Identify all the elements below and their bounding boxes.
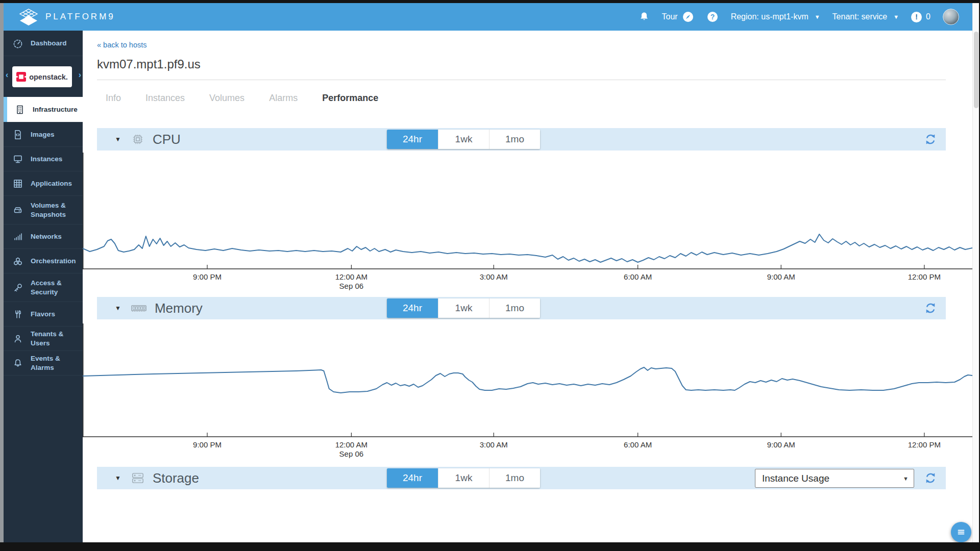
x-tick-label: 6:00 AM bbox=[624, 440, 652, 449]
chevron-down-icon: ▼ bbox=[903, 475, 909, 482]
storage-section-header: ▼ Storage 24hr 1wk 1mo Instance Usage ▼ bbox=[97, 467, 946, 489]
storage-range-1wk-button[interactable]: 1wk bbox=[438, 468, 489, 488]
title-block: kvm07.mpt1.pf9.us bbox=[97, 57, 946, 80]
storage-metric-dropdown[interactable]: Instance Usage ▼ bbox=[755, 469, 914, 488]
tour-label: Tour bbox=[662, 12, 678, 21]
tour-button[interactable]: Tour bbox=[662, 11, 694, 23]
alert-count: 0 bbox=[926, 12, 930, 21]
collapse-caret-icon[interactable]: ▼ bbox=[115, 136, 121, 143]
cpu-range-toggle: 24hr 1wk 1mo bbox=[387, 130, 540, 149]
x-tick-label: 12:00 AM bbox=[335, 272, 368, 281]
storage-range-24hr-button[interactable]: 24hr bbox=[387, 468, 438, 488]
x-tick-label: 3:00 AM bbox=[480, 440, 508, 449]
gauge-icon bbox=[12, 37, 24, 49]
storage-metric-value: Instance Usage bbox=[762, 473, 829, 484]
x-tick-label: 9:00 PM bbox=[193, 440, 222, 449]
storage-section-title: Storage bbox=[153, 470, 199, 486]
sidebar-item-label: Dashboard bbox=[31, 39, 70, 48]
tab-alarms[interactable]: Alarms bbox=[269, 93, 298, 104]
app-window: PLATFORM9 Tour ? Region: us-mpt1-kvm ▼ T… bbox=[4, 3, 979, 542]
sidebar-item-flavors[interactable]: Flavors bbox=[4, 302, 83, 327]
cpu-range-24hr-button[interactable]: 24hr bbox=[387, 130, 438, 149]
drive-icon bbox=[12, 204, 24, 216]
sidebar-item-access-security[interactable]: Access & Security bbox=[4, 273, 83, 302]
sidebar-item-volumes-snapshots[interactable]: Volumes & Snapshots bbox=[4, 196, 83, 224]
x-tick-label: 9:00 AM bbox=[767, 440, 795, 449]
collapse-caret-icon[interactable]: ▼ bbox=[115, 305, 121, 312]
storage-range-toggle: 24hr 1wk 1mo bbox=[387, 468, 540, 488]
sidebar-item-events-alarms[interactable]: Events & Alarms bbox=[4, 351, 83, 375]
sidebar-item-instances[interactable]: Instances bbox=[4, 147, 83, 171]
sidebar-item-label: Events & Alarms bbox=[31, 354, 83, 372]
sidebar-item-tenants-users[interactable]: Tenants & Users bbox=[4, 327, 83, 351]
chevron-right-icon[interactable]: › bbox=[79, 70, 81, 80]
sidebar-item-label: Orchestration bbox=[31, 257, 79, 266]
refresh-icon[interactable] bbox=[923, 301, 938, 315]
cubes-icon bbox=[12, 255, 24, 267]
brand-name: PLATFORM9 bbox=[45, 12, 115, 22]
region-selector[interactable]: Region: us-mpt1-kvm ▼ bbox=[731, 12, 820, 21]
storage-range-1mo-button[interactable]: 1mo bbox=[489, 468, 540, 488]
cpu-chip-icon bbox=[130, 132, 145, 146]
bell-outline-icon bbox=[12, 357, 24, 369]
top-bar: PLATFORM9 Tour ? Region: us-mpt1-kvm ▼ T… bbox=[4, 3, 972, 31]
region-label: Region: us-mpt1-kvm bbox=[731, 12, 808, 21]
tab-instances[interactable]: Instances bbox=[145, 93, 185, 104]
sidebar-item-label: Flavors bbox=[31, 310, 58, 319]
back-to-hosts-link[interactable]: « back to hosts bbox=[97, 41, 147, 49]
help-icon[interactable]: ? bbox=[706, 11, 719, 23]
alerts-indicator[interactable]: ! 0 bbox=[911, 12, 930, 22]
tab-info[interactable]: Info bbox=[106, 93, 121, 104]
tab-bar: Info Instances Volumes Alarms Performanc… bbox=[106, 93, 378, 104]
memory-section-title: Memory bbox=[155, 300, 203, 316]
tenant-label: Tenant: service bbox=[832, 12, 888, 21]
tab-performance[interactable]: Performance bbox=[322, 93, 378, 104]
memory-series-line bbox=[83, 367, 972, 393]
ram-icon bbox=[130, 301, 148, 315]
memory-range-24hr-button[interactable]: 24hr bbox=[387, 298, 438, 318]
building-icon bbox=[14, 104, 26, 116]
sidebar-item-networks[interactable]: Networks bbox=[4, 224, 83, 249]
tab-volumes[interactable]: Volumes bbox=[209, 93, 244, 104]
openstack-logo-icon bbox=[16, 72, 26, 82]
sidebar-item-images[interactable]: Images bbox=[4, 122, 83, 147]
sidebar-item-orchestration[interactable]: Orchestration bbox=[4, 249, 83, 273]
platform9-logo-icon bbox=[18, 8, 39, 26]
x-tick-label: 9:00 PM bbox=[193, 272, 222, 281]
cpu-range-1wk-button[interactable]: 1wk bbox=[438, 130, 489, 149]
sidebar-item-label: Tenants & Users bbox=[31, 330, 83, 347]
memory-chart: 9:00 PM12:00 AMSep 063:00 AM6:00 AM9:00 … bbox=[83, 322, 972, 459]
memory-section-header: ▼ Memory 24hr 1wk 1mo bbox=[97, 297, 946, 319]
memory-range-1wk-button[interactable]: 1wk bbox=[438, 298, 489, 318]
refresh-icon[interactable] bbox=[923, 132, 938, 146]
collapse-caret-icon[interactable]: ▼ bbox=[115, 474, 121, 482]
page-title: kvm07.mpt1.pf9.us bbox=[97, 57, 946, 71]
scrollbar[interactable] bbox=[972, 3, 979, 542]
bell-icon[interactable] bbox=[639, 11, 650, 22]
hamburger-icon bbox=[957, 528, 966, 537]
chevron-left-icon[interactable]: ‹ bbox=[6, 70, 8, 80]
chevron-down-icon: ▼ bbox=[815, 14, 820, 20]
sidebar-item-dashboard[interactable]: Dashboard bbox=[4, 31, 83, 56]
sidebar-item-applications[interactable]: Applications bbox=[4, 171, 83, 196]
avatar[interactable] bbox=[943, 9, 959, 25]
sidebar-item-label: Instances bbox=[31, 155, 65, 164]
sidebar: Dashboard‹openstack.›InfrastructureImage… bbox=[4, 31, 83, 542]
scrollbar-thumb[interactable] bbox=[974, 32, 978, 108]
cpu-section-title: CPU bbox=[153, 132, 181, 147]
memory-range-1mo-button[interactable]: 1mo bbox=[489, 298, 540, 318]
x-tick-label: 12:00 PM bbox=[908, 440, 941, 449]
sidebar-item-label: Networks bbox=[31, 232, 65, 241]
cpu-range-1mo-button[interactable]: 1mo bbox=[489, 130, 540, 149]
x-tick-label: 9:00 AM bbox=[767, 272, 795, 281]
exclamation-icon: ! bbox=[911, 12, 922, 22]
sidebar-item-infrastructure[interactable]: Infrastructure bbox=[4, 97, 83, 122]
platform9-brand: PLATFORM9 bbox=[18, 8, 115, 26]
refresh-icon[interactable] bbox=[923, 471, 938, 485]
cpu-line-chart bbox=[83, 152, 972, 269]
floating-menu-button[interactable] bbox=[951, 522, 971, 542]
openstack-card[interactable]: openstack. bbox=[12, 66, 72, 87]
x-tick-sublabel: Sep 06 bbox=[339, 282, 364, 290]
tenant-selector[interactable]: Tenant: service ▼ bbox=[832, 12, 899, 21]
x-tick-label: 6:00 AM bbox=[624, 272, 652, 281]
